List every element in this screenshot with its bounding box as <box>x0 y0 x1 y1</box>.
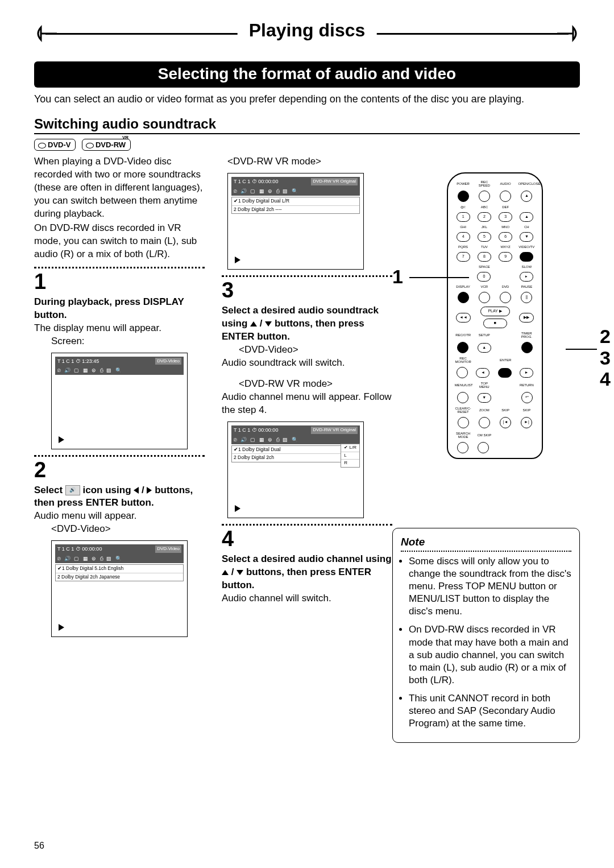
section-heading: Switching audio soundtrack <box>34 116 580 134</box>
ch-up-button[interactable]: ▲ <box>520 212 533 222</box>
num-1-button[interactable]: 1 <box>457 212 470 222</box>
rec-speed-button[interactable] <box>479 191 490 202</box>
step1-text: The display menu will appear. <box>34 322 205 335</box>
step2-mode: <DVD-Video> <box>34 523 205 536</box>
rec-monitor-button[interactable] <box>457 367 468 378</box>
step4-instruction: Select a desired audio channel using / b… <box>222 553 392 592</box>
left-para1: When playing a DVD-Video disc recorded w… <box>34 155 205 221</box>
intro-text: You can select an audio or video format … <box>34 92 580 106</box>
vr-screen-1: T 1 C 1 ⏱ 00:00:00 DVD-RW VR Original ⎚ … <box>227 173 364 270</box>
search-mode-button[interactable] <box>457 442 468 453</box>
step4-text: Audio channel will switch. <box>222 592 392 605</box>
num-8-button[interactable]: 8 <box>478 252 491 262</box>
badge-dvdv: DVD-V <box>34 139 76 151</box>
column-right: POWERREC SPEEDAUDIOOPEN/CLOSE ▲ @/:ABCDE… <box>409 155 580 642</box>
step1-screen: T 1 C 1 ⏱ 1:23:45 DVD-Video ⎚ 🔊 ▢ ▦ ⊜ ⎙ … <box>51 353 188 449</box>
step3-instruction: Select a desired audio soundtrack using … <box>222 304 392 344</box>
format-badges: DVD-V VRDVD-RW <box>34 139 580 151</box>
num-2-button[interactable]: 2 <box>478 212 491 222</box>
column-left: When playing a DVD-Video disc recorded w… <box>34 155 205 642</box>
deco-right-icon <box>557 25 580 42</box>
num-0-button[interactable]: 0 <box>477 272 491 282</box>
nav-right-button[interactable]: ► <box>520 368 533 378</box>
callout-234: 2 3 4 <box>600 326 611 390</box>
num-7-button[interactable]: 7 <box>457 252 470 262</box>
cm-skip-button[interactable] <box>478 442 489 453</box>
note-box: Note Some discs will only allow you to c… <box>392 528 580 743</box>
skip-back-button[interactable]: |◄ <box>500 417 511 428</box>
step3-number: 3 <box>222 279 392 301</box>
zoom-button[interactable] <box>479 417 490 428</box>
step3-text-video: Audio soundtrack will switch. <box>222 357 392 370</box>
page-title: Playing discs <box>238 20 377 41</box>
timer-prog-button[interactable] <box>521 342 533 353</box>
stop-button[interactable]: ■ <box>483 319 507 328</box>
step3-text-vr: Audio channel menu will appear. Follow t… <box>222 391 392 417</box>
step1-number: 1 <box>34 271 205 292</box>
step3-mode-vr: <DVD-RW VR mode> <box>222 378 392 391</box>
step2-text: Audio menu will appear. <box>34 510 205 523</box>
display-button[interactable] <box>458 292 469 303</box>
num-5-button[interactable]: 5 <box>478 232 491 242</box>
note-item-1: Some discs will only allow you to change… <box>409 555 571 618</box>
menu-list-button[interactable] <box>457 392 468 403</box>
note-item-2: On DVD-RW discs recorded in VR mode that… <box>409 623 571 686</box>
nav-left-button[interactable]: ◄ <box>476 368 489 378</box>
audio-icon: 🔊 <box>65 485 80 495</box>
badge-dvdrw: VRDVD-RW <box>82 139 131 151</box>
pause-button[interactable]: || <box>521 292 532 303</box>
step1-instruction: During playback, press DISPLAY button. <box>34 296 205 322</box>
skip-fwd-button[interactable]: ►| <box>521 417 532 428</box>
note-item-3: This unit CANNOT record in both stereo a… <box>409 692 571 730</box>
play-button[interactable]: PLAY ▶ <box>480 307 510 316</box>
rec-otr-button[interactable] <box>457 342 468 353</box>
clear-button[interactable] <box>458 417 469 428</box>
note-title: Note <box>401 535 571 549</box>
num-4-button[interactable]: 4 <box>457 232 470 242</box>
enter-button[interactable] <box>498 368 512 378</box>
remote-control: POWERREC SPEEDAUDIOOPEN/CLOSE ▲ @/:ABCDE… <box>447 172 543 459</box>
step2-screen: T 1 C 1 ⏱ 00:00:00 DVD-Video ⎚ 🔊 ▢ ▦ ⊜ ⎙… <box>51 540 188 637</box>
num-6-button[interactable]: 6 <box>499 232 512 242</box>
nav-down-button[interactable]: ▼ <box>478 393 491 403</box>
dvd-button[interactable] <box>500 292 511 303</box>
audio-button[interactable] <box>500 191 511 202</box>
num-3-button[interactable]: 3 <box>499 212 512 222</box>
step3-screen: T 1 C 1 ⏱ 00:00:00 DVD-RW VR Original ⎚ … <box>227 421 364 518</box>
rew-button[interactable]: ◄◄ <box>456 313 471 323</box>
step3-mode-video: <DVD-Video> <box>222 344 392 357</box>
step4-number: 4 <box>222 528 392 549</box>
num-9-button[interactable]: 9 <box>499 252 512 262</box>
setup-up-button[interactable]: ▲ <box>478 343 491 353</box>
open-close-button[interactable]: ▲ <box>521 191 532 202</box>
slow-button[interactable]: ▸ <box>520 272 533 282</box>
return-button[interactable]: ↩ <box>521 392 533 403</box>
page-number: 56 <box>34 841 44 851</box>
ff-button[interactable]: ▶▶ <box>519 313 534 323</box>
step1-screen-label: Screen: <box>34 335 205 348</box>
step2-instruction: Select 🔊 icon using / buttons, then pres… <box>34 484 205 510</box>
vcr-button[interactable] <box>479 292 490 303</box>
ch-down-button[interactable]: ▼ <box>520 232 533 242</box>
left-para2: On DVD-RW discs recorded in VR mode, you… <box>34 222 205 261</box>
callout-1: 1 <box>392 266 403 288</box>
power-button[interactable] <box>458 191 469 202</box>
step2-number: 2 <box>34 459 205 481</box>
subtitle-bar: Selecting the format of audio and video <box>34 61 580 88</box>
mode-vr-label: <DVD-RW VR mode> <box>222 155 392 168</box>
column-middle: <DVD-RW VR mode> T 1 C 1 ⏱ 00:00:00 DVD-… <box>222 155 392 642</box>
title-bar: Playing discs <box>34 17 580 57</box>
video-tv-button[interactable] <box>520 252 533 262</box>
